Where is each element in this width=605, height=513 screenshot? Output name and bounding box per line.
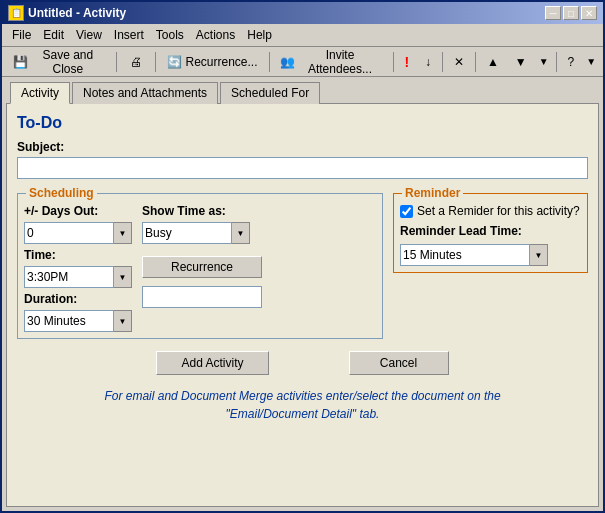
time-arrow[interactable]: ▼ bbox=[114, 266, 132, 288]
importance-high-button[interactable]: ! bbox=[397, 50, 416, 74]
down-button[interactable]: ▼ bbox=[508, 50, 534, 74]
help-button[interactable]: ? bbox=[560, 50, 581, 74]
maximize-button[interactable]: □ bbox=[563, 6, 579, 20]
save-close-label: Save and Close bbox=[31, 48, 105, 76]
menu-bar: File Edit View Insert Tools Actions Help bbox=[2, 24, 603, 47]
lead-time-label: Reminder Lead Time: bbox=[400, 224, 581, 238]
main-window: 📋 Untitled - Activity ─ □ ✕ File Edit Vi… bbox=[0, 0, 605, 513]
cancel-button[interactable]: Cancel bbox=[349, 351, 449, 375]
menu-view[interactable]: View bbox=[70, 26, 108, 44]
menu-insert[interactable]: Insert bbox=[108, 26, 150, 44]
set-reminder-checkbox[interactable] bbox=[400, 205, 413, 218]
days-out-wrapper: 0 1 2 3 5 ▼ bbox=[24, 222, 132, 244]
tab-activity[interactable]: Activity bbox=[10, 82, 70, 104]
title-bar: 📋 Untitled - Activity ─ □ ✕ bbox=[2, 2, 603, 24]
menu-file[interactable]: File bbox=[6, 26, 37, 44]
lead-time-arrow[interactable]: ▼ bbox=[530, 244, 548, 266]
time-wrapper: 3:30PM 4:00PM ▼ bbox=[24, 266, 132, 288]
duration-wrapper: 30 Minutes 15 Minutes 1 Hour ▼ bbox=[24, 310, 132, 332]
title-bar-buttons: ─ □ ✕ bbox=[545, 6, 597, 20]
sched-left-col: +/- Days Out: 0 1 2 3 5 ▼ bbox=[24, 204, 132, 332]
separator-5 bbox=[442, 52, 443, 72]
print-button[interactable]: 🖨 bbox=[121, 50, 151, 74]
info-line-1: For email and Document Merge activities … bbox=[17, 387, 588, 405]
minimize-button[interactable]: ─ bbox=[545, 6, 561, 20]
days-out-select[interactable]: 0 1 2 3 5 bbox=[24, 222, 114, 244]
content-area: Scheduling +/- Days Out: 0 1 2 3 5 bbox=[17, 185, 588, 339]
invite-label: Invite Attendees... bbox=[298, 48, 381, 76]
show-time-select[interactable]: Busy Free Out of Office bbox=[142, 222, 232, 244]
duration-arrow[interactable]: ▼ bbox=[114, 310, 132, 332]
show-time-wrapper: Busy Free Out of Office ▼ bbox=[142, 222, 262, 244]
show-time-arrow[interactable]: ▼ bbox=[232, 222, 250, 244]
menu-actions[interactable]: Actions bbox=[190, 26, 241, 44]
recurrence-button[interactable]: 🔄 Recurrence... bbox=[159, 50, 264, 74]
lead-time-select[interactable]: 15 Minutes 5 Minutes 10 Minutes 30 Minut… bbox=[400, 244, 530, 266]
time-select[interactable]: 3:30PM 4:00PM bbox=[24, 266, 114, 288]
page-title: To-Do bbox=[17, 114, 588, 132]
days-out-label: +/- Days Out: bbox=[24, 204, 132, 218]
scheduling-inner: +/- Days Out: 0 1 2 3 5 ▼ bbox=[24, 204, 376, 332]
recurrence-text-box[interactable] bbox=[142, 286, 262, 308]
scheduling-box: Scheduling +/- Days Out: 0 1 2 3 5 bbox=[17, 193, 383, 339]
days-out-arrow[interactable]: ▼ bbox=[114, 222, 132, 244]
show-time-label: Show Time as: bbox=[142, 204, 262, 218]
set-reminder-label: Set a Remider for this activity? bbox=[417, 204, 580, 218]
separator-7 bbox=[556, 52, 557, 72]
duration-select[interactable]: 30 Minutes 15 Minutes 1 Hour bbox=[24, 310, 114, 332]
separator-3 bbox=[269, 52, 270, 72]
info-text: For email and Document Merge activities … bbox=[17, 387, 588, 423]
duration-label: Duration: bbox=[24, 292, 132, 306]
help-dropdown-button[interactable]: ▼ bbox=[583, 50, 599, 74]
right-section: Reminder Set a Remider for this activity… bbox=[393, 185, 588, 339]
up-button[interactable]: ▲ bbox=[480, 50, 506, 74]
sched-right-col: Show Time as: Busy Free Out of Office ▼ … bbox=[142, 204, 262, 332]
window-title: Untitled - Activity bbox=[28, 6, 126, 20]
separator-6 bbox=[475, 52, 476, 72]
menu-edit[interactable]: Edit bbox=[37, 26, 70, 44]
menu-help[interactable]: Help bbox=[241, 26, 278, 44]
save-close-button[interactable]: 💾 Save and Close bbox=[6, 50, 112, 74]
invite-icon: 👥 bbox=[280, 54, 295, 70]
subject-input[interactable] bbox=[17, 157, 588, 179]
title-bar-left: 📋 Untitled - Activity bbox=[8, 5, 126, 21]
menu-tools[interactable]: Tools bbox=[150, 26, 190, 44]
reminder-legend: Reminder bbox=[402, 186, 463, 200]
tab-notes[interactable]: Notes and Attachments bbox=[72, 82, 218, 104]
left-section: Scheduling +/- Days Out: 0 1 2 3 5 bbox=[17, 185, 383, 339]
reminder-box: Reminder Set a Remider for this activity… bbox=[393, 193, 588, 273]
invite-button[interactable]: 👥 Invite Attendees... bbox=[273, 50, 388, 74]
tab-scheduled[interactable]: Scheduled For bbox=[220, 82, 320, 104]
window-icon: 📋 bbox=[8, 5, 24, 21]
time-label: Time: bbox=[24, 248, 132, 262]
subject-label: Subject: bbox=[17, 140, 588, 154]
scheduling-legend: Scheduling bbox=[26, 186, 97, 200]
print-icon: 🖨 bbox=[128, 54, 144, 70]
tab-content: To-Do Subject: Scheduling +/- Days Out: … bbox=[6, 103, 599, 507]
move-down-button[interactable]: ↓ bbox=[418, 50, 438, 74]
save-icon: 💾 bbox=[13, 54, 28, 70]
reminder-inner: Set a Remider for this activity? Reminde… bbox=[400, 204, 581, 266]
separator-4 bbox=[393, 52, 394, 72]
info-line-2: "Email/Document Detail" tab. bbox=[17, 405, 588, 423]
recurrence-label: Recurrence... bbox=[185, 55, 257, 69]
recurrence-btn[interactable]: Recurrence bbox=[142, 256, 262, 278]
tabs-bar: Activity Notes and Attachments Scheduled… bbox=[2, 77, 603, 103]
set-reminder-row: Set a Remider for this activity? bbox=[400, 204, 581, 218]
separator-1 bbox=[116, 52, 117, 72]
add-activity-button[interactable]: Add Activity bbox=[156, 351, 268, 375]
main-buttons: Add Activity Cancel bbox=[17, 351, 588, 375]
nav-dropdown-button[interactable]: ▼ bbox=[536, 50, 552, 74]
toolbar: 💾 Save and Close 🖨 🔄 Recurrence... 👥 Inv… bbox=[2, 47, 603, 77]
close-window-button[interactable]: ✕ bbox=[581, 6, 597, 20]
lead-time-wrapper: 15 Minutes 5 Minutes 10 Minutes 30 Minut… bbox=[400, 244, 581, 266]
recurrence-icon: 🔄 bbox=[166, 54, 182, 70]
delete-button[interactable]: ✕ bbox=[447, 50, 471, 74]
separator-2 bbox=[155, 52, 156, 72]
